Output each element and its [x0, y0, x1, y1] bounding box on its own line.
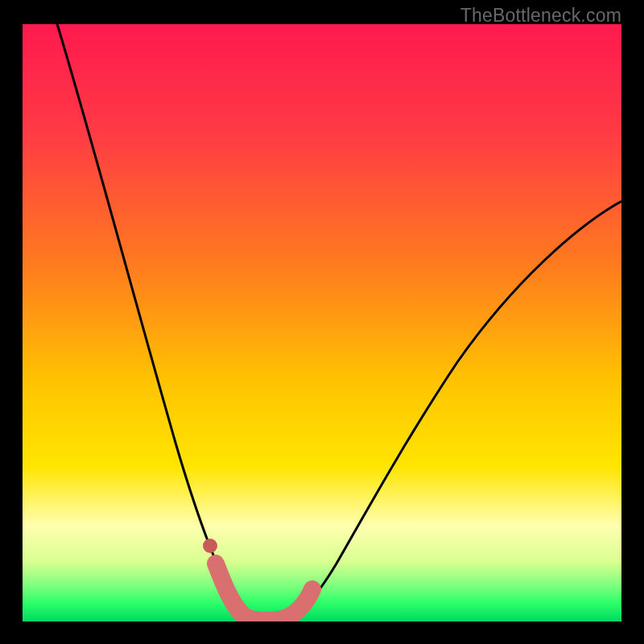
- chart-frame: [23, 24, 621, 621]
- chart-background-gradient: [23, 24, 621, 621]
- svg-rect-0: [23, 24, 621, 621]
- watermark-text: TheBottleneck.com: [460, 5, 621, 27]
